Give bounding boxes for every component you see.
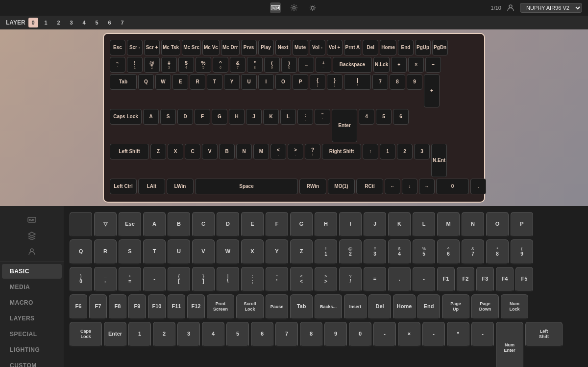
kkey-g[interactable]: G bbox=[290, 212, 313, 237]
kkey-num7[interactable]: 7 bbox=[275, 322, 298, 347]
kkey-home[interactable]: Home bbox=[393, 294, 416, 320]
pkey-w[interactable]: W bbox=[155, 74, 171, 90]
kkey-printscreen[interactable]: PrintScreen bbox=[207, 294, 234, 320]
kkey-backslash[interactable]: |\ bbox=[217, 267, 239, 292]
kkey-numenter[interactable]: NumEnter bbox=[496, 322, 523, 367]
kkey-v[interactable]: V bbox=[192, 239, 215, 265]
kkey-f7[interactable]: F7 bbox=[89, 294, 107, 320]
pkey-mctsk[interactable]: Mc Tsk bbox=[161, 40, 180, 55]
pkey-comma[interactable]: <, bbox=[270, 144, 286, 159]
sidebar-item-layers[interactable]: LAYERS bbox=[2, 311, 62, 326]
kkey-w[interactable]: W bbox=[217, 239, 239, 265]
pkey-up[interactable]: ↑ bbox=[363, 144, 378, 159]
kkey-x[interactable]: X bbox=[241, 239, 264, 265]
kkey-q[interactable]: Q bbox=[70, 239, 92, 265]
kkey-d[interactable]: D bbox=[217, 212, 239, 237]
kkey-a[interactable]: A bbox=[143, 212, 166, 237]
pkey-lshift[interactable]: Left Shift bbox=[110, 144, 149, 159]
kkey-k[interactable]: K bbox=[388, 212, 411, 237]
kkey-minus[interactable]: _- bbox=[94, 267, 117, 292]
kkey-pagedown[interactable]: PageDown bbox=[471, 294, 499, 320]
kkey-f[interactable]: F bbox=[266, 212, 288, 237]
kkey-dash[interactable]: - bbox=[143, 267, 166, 292]
pkey-home[interactable]: Home bbox=[380, 40, 396, 55]
pkey-x[interactable]: X bbox=[168, 144, 183, 159]
layer-btn-0[interactable]: 0 bbox=[28, 18, 38, 27]
kkey-numdash2[interactable]: - bbox=[471, 322, 494, 347]
sidebar-item-basic[interactable]: BASIC bbox=[2, 264, 62, 279]
kkey-num8[interactable]: 8 bbox=[300, 322, 322, 347]
pkey-q[interactable]: Q bbox=[138, 74, 154, 90]
pkey-space[interactable]: Space bbox=[195, 179, 298, 194]
pkey-nument[interactable]: N.Ent bbox=[431, 144, 447, 177]
pkey-minus[interactable]: _- bbox=[298, 57, 314, 73]
kkey-4[interactable]: $4 bbox=[388, 239, 411, 265]
pkey-4[interactable]: $4 bbox=[178, 57, 194, 73]
pkey-num0[interactable]: 0 bbox=[436, 179, 469, 194]
pkey-quote[interactable]: "' bbox=[315, 109, 330, 125]
kkey-dash2[interactable]: - bbox=[413, 267, 435, 292]
pkey-nummul[interactable]: × bbox=[408, 57, 424, 73]
pkey-scr-[interactable]: Scr - bbox=[127, 40, 143, 55]
pkey-right[interactable]: → bbox=[419, 179, 435, 194]
layer-btn-2[interactable]: 2 bbox=[54, 18, 64, 27]
pkey-y[interactable]: Y bbox=[224, 74, 240, 90]
kkey-pageup[interactable]: PageUp bbox=[442, 294, 469, 320]
layer-btn-7[interactable]: 7 bbox=[118, 18, 127, 27]
pkey-o[interactable]: O bbox=[275, 74, 291, 90]
pkey-numdot[interactable]: . bbox=[470, 179, 486, 194]
pkey-6[interactable]: ^6 bbox=[213, 57, 228, 73]
pkey-period[interactable]: >. bbox=[288, 144, 303, 159]
kkey-f4[interactable]: F4 bbox=[496, 267, 514, 292]
sidebar-item-media[interactable]: MEDIA bbox=[2, 280, 62, 294]
pkey-prvs[interactable]: Prvs bbox=[241, 40, 257, 55]
pkey-backslash[interactable]: |\ bbox=[344, 74, 371, 90]
pkey-num2[interactable]: 2 bbox=[397, 144, 413, 159]
kkey-lshift[interactable]: LeftShift bbox=[525, 322, 563, 347]
kkey-backspace[interactable]: Backs... bbox=[315, 294, 342, 320]
layer-btn-6[interactable]: 6 bbox=[105, 18, 115, 27]
kkey-num5[interactable]: 5 bbox=[226, 322, 249, 347]
kkey-f6[interactable]: F6 bbox=[70, 294, 87, 320]
settings-icon-2[interactable] bbox=[307, 2, 318, 13]
pkey-lwin[interactable]: LWin bbox=[167, 179, 194, 194]
layer-btn-5[interactable]: 5 bbox=[92, 18, 102, 27]
kkey-i[interactable]: I bbox=[339, 212, 362, 237]
kkey-m[interactable]: M bbox=[437, 212, 460, 237]
kkey-num0[interactable]: 0 bbox=[349, 322, 371, 347]
pkey-k[interactable]: K bbox=[263, 109, 279, 125]
kkey-rbracket[interactable]: }] bbox=[192, 267, 215, 292]
kkey-6[interactable]: ^6 bbox=[437, 239, 460, 265]
kkey-b[interactable]: B bbox=[168, 212, 190, 237]
kkey-tab[interactable]: Tab bbox=[290, 294, 313, 320]
kkey-f8[interactable]: F8 bbox=[109, 294, 126, 320]
pkey-3[interactable]: #3 bbox=[161, 57, 177, 73]
sidebar-icon-layers[interactable] bbox=[26, 230, 38, 241]
pkey-next[interactable]: Next bbox=[275, 40, 291, 55]
pkey-h[interactable]: H bbox=[229, 109, 245, 125]
pkey-l[interactable]: L bbox=[280, 109, 296, 125]
kkey-f11[interactable]: F11 bbox=[168, 294, 185, 320]
pkey-1[interactable]: !1 bbox=[127, 57, 143, 73]
sidebar-item-special[interactable]: SPECIAL bbox=[2, 327, 62, 341]
kkey-j[interactable]: J bbox=[364, 212, 386, 237]
pkey-num9[interactable]: 9 bbox=[407, 74, 422, 90]
sidebar-icon-keyboard[interactable] bbox=[26, 214, 38, 226]
pkey-rwin[interactable]: RWin bbox=[299, 179, 326, 194]
pkey-esc[interactable]: Esc bbox=[110, 40, 125, 55]
kkey-dot[interactable]: . bbox=[388, 267, 411, 292]
kkey-5[interactable]: %5 bbox=[413, 239, 435, 265]
pkey-mcdrr[interactable]: Mc Drr bbox=[221, 40, 240, 55]
pkey-backspace[interactable]: Backspace bbox=[333, 57, 372, 73]
pkey-num4[interactable]: 4 bbox=[359, 109, 374, 125]
kkey-equals[interactable]: += bbox=[119, 267, 141, 292]
settings-icon-1[interactable] bbox=[289, 2, 299, 13]
pkey-9[interactable]: (9 bbox=[264, 57, 280, 73]
device-selector[interactable]: NUPHY AIR96 V2 bbox=[520, 3, 582, 13]
pkey-del[interactable]: Del bbox=[363, 40, 378, 55]
pkey-rctl[interactable]: RCtl bbox=[356, 179, 383, 194]
pkey-num7[interactable]: 7 bbox=[372, 74, 388, 90]
kkey-t[interactable]: T bbox=[143, 239, 166, 265]
kkey-semicolon[interactable]: :; bbox=[241, 267, 264, 292]
layer-btn-3[interactable]: 3 bbox=[67, 18, 76, 27]
